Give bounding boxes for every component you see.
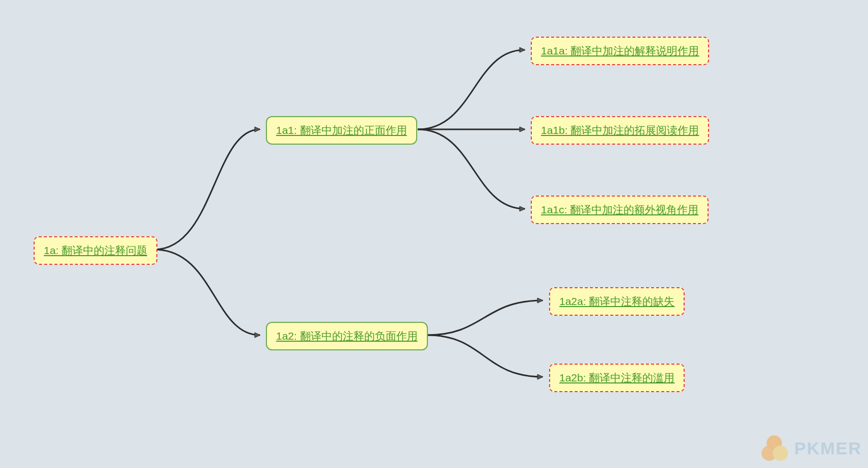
node-1a-label[interactable]: 1a: 翻译中的注释问题 (44, 244, 147, 256)
node-1a1b-label[interactable]: 1a1b: 翻译中加注的拓展阅读作用 (541, 124, 699, 136)
node-1a1a-label[interactable]: 1a1a: 翻译中加注的解释说明作用 (541, 45, 699, 57)
node-1a2a-label[interactable]: 1a2a: 翻译中注释的缺失 (559, 295, 674, 307)
node-1a1-label[interactable]: 1a1: 翻译中加注的正面作用 (276, 124, 407, 136)
node-1a1[interactable]: 1a1: 翻译中加注的正面作用 (266, 116, 417, 145)
node-1a1c-label[interactable]: 1a1c: 翻译中加注的额外视角作用 (541, 204, 698, 215)
node-1a1a[interactable]: 1a1a: 翻译中加注的解释说明作用 (531, 37, 709, 65)
mindmap-canvas: 1a: 翻译中的注释问题 1a1: 翻译中加注的正面作用 1a2: 翻译中的注释… (0, 0, 868, 468)
node-1a2b[interactable]: 1a2b: 翻译中注释的滥用 (549, 364, 685, 392)
node-1a1c[interactable]: 1a1c: 翻译中加注的额外视角作用 (531, 196, 709, 224)
node-1a2-label[interactable]: 1a2: 翻译中的注释的负面作用 (276, 330, 418, 342)
node-1a2b-label[interactable]: 1a2b: 翻译中注释的滥用 (559, 372, 674, 383)
node-1a[interactable]: 1a: 翻译中的注释问题 (34, 236, 157, 265)
node-1a1b[interactable]: 1a1b: 翻译中加注的拓展阅读作用 (531, 116, 709, 145)
node-1a2a[interactable]: 1a2a: 翻译中注释的缺失 (549, 287, 685, 316)
node-1a2[interactable]: 1a2: 翻译中的注释的负面作用 (266, 322, 428, 350)
watermark-logo-icon (762, 434, 789, 462)
watermark: PKMER (762, 434, 862, 462)
edges-layer (0, 0, 868, 468)
watermark-text: PKMER (794, 438, 862, 458)
